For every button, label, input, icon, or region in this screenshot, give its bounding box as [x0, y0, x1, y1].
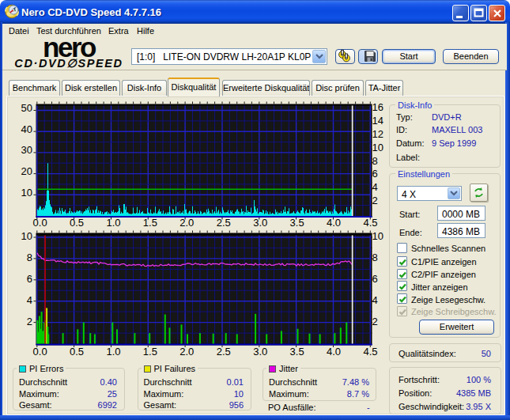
svg-text:20: 20	[21, 165, 32, 177]
svg-text:14: 14	[372, 115, 383, 127]
svg-text:2.5: 2.5	[217, 217, 231, 229]
svg-text:2.0: 2.0	[179, 217, 194, 229]
svg-text:2.5: 2.5	[217, 346, 231, 358]
svg-text:1.5: 1.5	[143, 217, 157, 229]
svg-text:4: 4	[27, 294, 32, 306]
svg-text:10: 10	[372, 142, 383, 153]
svg-text:2: 2	[27, 316, 32, 327]
svg-text:6: 6	[372, 168, 378, 180]
svg-text:4.0: 4.0	[327, 217, 341, 229]
svg-text:2: 2	[372, 195, 378, 206]
svg-text:40: 40	[21, 123, 32, 135]
svg-text:0.5: 0.5	[70, 217, 84, 229]
svg-text:10: 10	[21, 187, 32, 199]
svg-text:4.0: 4.0	[327, 346, 341, 358]
svg-text:4.5: 4.5	[363, 217, 377, 229]
svg-text:30: 30	[21, 144, 32, 156]
svg-text:2: 2	[372, 316, 378, 327]
svg-text:16: 16	[372, 101, 383, 113]
svg-text:4: 4	[372, 294, 378, 306]
svg-text:3.0: 3.0	[253, 217, 267, 229]
svg-text:3.0: 3.0	[253, 346, 267, 358]
svg-text:0.5: 0.5	[70, 346, 84, 358]
svg-text:3.5: 3.5	[290, 346, 304, 358]
svg-text:12: 12	[372, 128, 383, 140]
svg-text:8: 8	[372, 155, 378, 167]
svg-text:1.5: 1.5	[143, 346, 157, 358]
svg-text:4: 4	[372, 181, 378, 193]
svg-text:3.5: 3.5	[290, 217, 304, 229]
svg-text:1.0: 1.0	[106, 346, 120, 358]
svg-text:0.0: 0.0	[33, 217, 47, 229]
svg-text:2.0: 2.0	[179, 346, 194, 358]
svg-text:8: 8	[372, 252, 378, 263]
svg-text:1.0: 1.0	[106, 217, 120, 229]
svg-text:6: 6	[27, 273, 32, 285]
svg-text:0.0: 0.0	[33, 346, 47, 358]
svg-text:6: 6	[372, 273, 378, 285]
svg-text:10: 10	[21, 230, 32, 242]
svg-text:50: 50	[21, 102, 32, 114]
svg-text:4.5: 4.5	[363, 346, 377, 358]
svg-text:8: 8	[27, 252, 32, 263]
svg-text:10: 10	[372, 230, 383, 242]
